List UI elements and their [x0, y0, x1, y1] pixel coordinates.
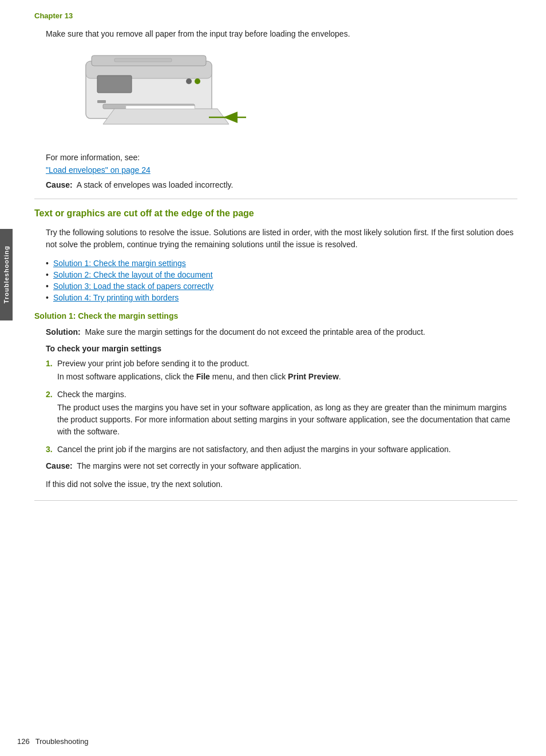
divider-1	[34, 199, 517, 199]
page-container: Troubleshooting Chapter 13 Make sure tha…	[0, 0, 546, 756]
if-not-solved: If this did not solve the issue, try the…	[46, 480, 517, 489]
side-tab: Troubleshooting	[0, 229, 13, 320]
step-1-text: Preview your print job before sending it…	[57, 358, 517, 383]
list-item: Solution 3: Load the stack of papers cor…	[46, 282, 517, 291]
page-footer: 126 Troubleshooting	[17, 737, 529, 746]
solution1-heading: Solution 1: Check the margin settings	[34, 311, 517, 320]
main-content: Chapter 13 Make sure that you remove all…	[17, 0, 546, 756]
step-1-line2: In most software applications, click the…	[57, 371, 517, 383]
svg-rect-8	[97, 76, 132, 93]
section-intro: Try the following solutions to resolve t…	[46, 227, 517, 251]
printer-image	[69, 50, 252, 141]
list-item: Solution 1: Check the margin settings	[46, 259, 517, 268]
side-tab-label: Troubleshooting	[3, 246, 10, 303]
step-2-line1: Check the margins.	[57, 390, 126, 399]
cause-label-2: Cause:	[46, 461, 73, 470]
step-3-text: Cancel the print job if the margins are …	[57, 444, 517, 456]
cause-text-2: Cause: The margins were not set correctl…	[46, 461, 517, 470]
list-item: Solution 4: Try printing with borders	[46, 293, 517, 302]
footer-page-num: 126	[17, 737, 30, 746]
step-2-num: 2.	[46, 389, 57, 401]
steps-list: 1. Preview your print job before sending…	[46, 358, 517, 456]
cause-value-1: A stack of envelopes was loaded incorrec…	[77, 180, 234, 189]
step-1-line1: Preview your print job before sending it…	[57, 359, 249, 368]
step-1-num: 1.	[46, 358, 57, 370]
section-heading: Text or graphics are cut off at the edge…	[34, 208, 517, 219]
step-1: 1. Preview your print job before sending…	[46, 358, 517, 383]
chapter-label: Chapter 13	[34, 11, 517, 20]
solution-3-link[interactable]: Solution 3: Load the stack of papers cor…	[53, 282, 213, 291]
solution1-label: Solution:	[46, 327, 81, 337]
cause-value-2: The margins were not set correctly in yo…	[77, 461, 301, 470]
solution-1-link[interactable]: Solution 1: Check the margin settings	[53, 259, 186, 268]
printer-illustration	[69, 50, 252, 141]
cause-label-1: Cause:	[46, 180, 73, 189]
svg-point-6	[186, 78, 192, 84]
list-item: Solution 2: Check the layout of the docu…	[46, 270, 517, 279]
procedure-heading: To check your margin settings	[46, 344, 517, 353]
divider-2	[34, 500, 517, 501]
step-2-text: Check the margins. The product uses the …	[57, 389, 517, 438]
footer-troubleshooting-label: Troubleshooting	[35, 737, 89, 746]
for-more-info-label: For more information, see:	[46, 153, 517, 162]
step-3: 3. Cancel the print job if the margins a…	[46, 444, 517, 456]
svg-point-7	[195, 78, 200, 84]
step-3-line1: Cancel the print job if the margins are …	[57, 445, 451, 454]
intro-paragraph: Make sure that you remove all paper from…	[46, 29, 517, 38]
solution1-text: Solution: Make sure the margin settings …	[46, 326, 517, 338]
step-2-line2: The product uses the margins you have se…	[57, 402, 517, 438]
solution-4-link[interactable]: Solution 4: Try printing with borders	[53, 293, 179, 302]
step-3-num: 3.	[46, 444, 57, 456]
svg-rect-10	[97, 100, 106, 103]
svg-rect-9	[114, 58, 172, 62]
step-2: 2. Check the margins. The product uses t…	[46, 389, 517, 438]
svg-rect-4	[126, 106, 195, 109]
load-envelopes-link[interactable]: "Load envelopes" on page 24	[46, 165, 517, 175]
solution1-description: Make sure the margin settings for the do…	[85, 327, 425, 337]
solutions-list: Solution 1: Check the margin settings So…	[46, 259, 517, 302]
solution-2-link[interactable]: Solution 2: Check the layout of the docu…	[53, 270, 213, 279]
cause-text-1: Cause: A stack of envelopes was loaded i…	[46, 180, 517, 189]
